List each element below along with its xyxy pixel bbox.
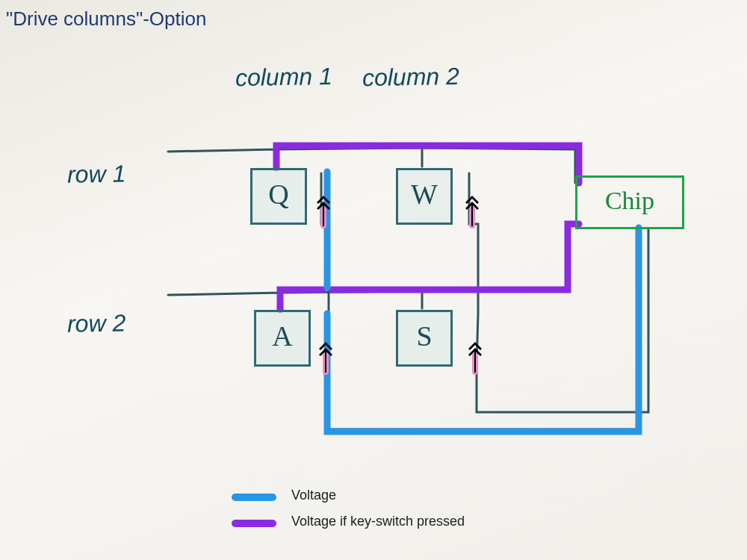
legend-label-voltage-pressed: Voltage if key-switch pressed xyxy=(291,514,465,529)
key-w: W xyxy=(396,168,453,225)
legend-label-voltage: Voltage xyxy=(291,488,336,503)
label-row-1: row 1 xyxy=(67,160,126,188)
key-s: S xyxy=(396,310,453,367)
legend-swatch-voltage xyxy=(232,494,276,501)
label-column-1: column 1 xyxy=(235,63,332,92)
page-title: "Drive columns"-Option xyxy=(6,7,206,31)
label-row-2: row 2 xyxy=(67,309,126,337)
label-column-2: column 2 xyxy=(362,63,459,92)
key-a: A xyxy=(254,310,311,367)
key-q: Q xyxy=(250,168,307,225)
legend-swatch-voltage-pressed xyxy=(232,520,276,527)
chip-box: Chip xyxy=(575,175,684,229)
diagram-canvas: "Drive columns"-Option column 1 column 2… xyxy=(0,0,747,560)
